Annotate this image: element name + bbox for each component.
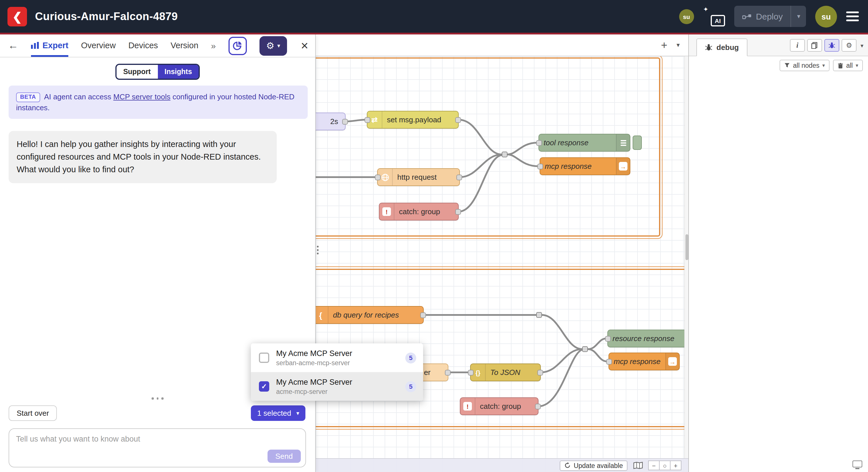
tool-count-badge: 5	[405, 381, 416, 392]
send-button[interactable]: Send	[267, 450, 301, 463]
mode-toggle-wrap: Support Insights	[0, 64, 315, 80]
tab-devices[interactable]: Devices	[128, 34, 158, 57]
tabs-overflow-chevrons[interactable]: »	[211, 41, 216, 51]
tab-overview[interactable]: Overview	[81, 34, 116, 57]
top-header: ❮ Curious-Amur-Falcon-4879 su ✦ AI Deplo…	[0, 0, 868, 34]
input-port[interactable]	[375, 174, 381, 180]
node-mcp-response-top[interactable]: mcp response →	[539, 157, 630, 175]
assistant-panel: ← Expert Overview Devices Version »	[0, 34, 316, 472]
output-port[interactable]	[342, 119, 348, 124]
docs-button[interactable]	[807, 39, 822, 52]
selected-servers-dropdown[interactable]: 1 selected ▾	[251, 405, 306, 421]
zoom-out-button[interactable]: −	[648, 461, 660, 470]
flow-canvas[interactable]: 2s ⇄ set msg.payload http request ! c	[316, 34, 688, 472]
user-avatar[interactable]: su	[815, 5, 837, 27]
link-out-arrow-icon: →	[616, 158, 630, 175]
server-option-text: My Acme MCP Server acme-mcp-server	[276, 378, 398, 395]
server-title: My Acme MCP Server	[276, 349, 398, 358]
tab-debug[interactable]: debug	[696, 38, 747, 56]
node-inject-2s[interactable]: 2s	[316, 113, 346, 130]
ai-assistant-icon[interactable]: ✦ AI	[703, 5, 725, 27]
mini-user-badge[interactable]: su	[679, 9, 694, 24]
node-catch-group-bottom[interactable]: ! catch: group	[460, 397, 538, 415]
server-option[interactable]: My Acme MCP Server serban-acme-mcp-serve…	[251, 343, 423, 372]
checkbox-unchecked[interactable]	[259, 353, 269, 363]
node-label: mcp response	[540, 162, 596, 171]
settings-dropdown-button[interactable]: ⚙ ▾	[259, 36, 287, 55]
output-port[interactable]	[455, 117, 461, 123]
support-toggle[interactable]: Support	[116, 65, 158, 79]
flowfuse-logo-icon[interactable]: ❮	[7, 7, 27, 26]
bug-icon	[828, 42, 835, 49]
zoom-in-button[interactable]: +	[670, 461, 681, 470]
server-option[interactable]: ✓ My Acme MCP Server acme-mcp-server 5	[251, 372, 423, 401]
flow-list-chevron-icon[interactable]: ▾	[677, 41, 680, 49]
zoom-reset-button[interactable]: ○	[659, 461, 671, 470]
canvas-vertical-scrollbar[interactable]	[684, 56, 688, 458]
input-port[interactable]	[537, 164, 543, 169]
debug-filter-row: all nodes ▾ all ▾	[689, 60, 868, 71]
node-tool-response[interactable]: tool response	[538, 134, 630, 152]
funnel-icon	[784, 63, 790, 68]
output-port[interactable]	[456, 174, 462, 180]
sidebar-settings-button[interactable]: ⚙	[842, 39, 857, 52]
beta-text-before: AI agent can access	[44, 92, 113, 101]
tab-overview-label: Overview	[81, 41, 116, 50]
beta-notice: BETAAI agent can access MCP server tools…	[9, 86, 308, 119]
node-http-request[interactable]: http request	[377, 168, 460, 186]
node-catch-group-top[interactable]: ! catch: group	[379, 203, 459, 220]
canvas-statusbar: Update available − ○ +	[316, 458, 688, 472]
sparkle-icon: ✦	[703, 5, 708, 13]
node-db-query[interactable]: { db query for recipes	[316, 306, 424, 324]
assistant-greeting: Hello! I can help you gather insights by…	[9, 131, 277, 183]
clear-messages-dropdown[interactable]: all ▾	[833, 60, 863, 71]
sidebar-more-chevron-icon[interactable]: ▾	[861, 42, 863, 49]
input-port[interactable]	[365, 117, 370, 123]
output-port[interactable]	[455, 209, 461, 214]
node-label: To JSON	[486, 368, 525, 377]
info-button[interactable]: i	[790, 39, 805, 52]
deploy-icon	[742, 13, 751, 20]
checkbox-checked[interactable]: ✓	[259, 381, 269, 392]
output-port[interactable]	[537, 370, 543, 375]
mcp-server-tools-link[interactable]: MCP server tools	[113, 92, 170, 101]
output-port[interactable]	[420, 312, 426, 318]
chat-composer: Send	[9, 429, 306, 467]
output-port[interactable]	[535, 403, 541, 409]
server-subtitle: acme-mcp-server	[276, 388, 398, 395]
input-port[interactable]	[536, 140, 542, 146]
back-arrow-icon[interactable]: ←	[8, 40, 19, 52]
node-resource-response[interactable]: resource response	[608, 330, 688, 347]
node-set-msg-payload[interactable]: ⇄ set msg.payload	[367, 111, 459, 129]
fullscreen-monitor-icon[interactable]	[852, 461, 862, 467]
deploy-button[interactable]: Deploy ▾	[734, 6, 806, 27]
close-panel-icon[interactable]: ×	[301, 39, 308, 52]
node-mcp-response-bottom[interactable]: mcp response →	[609, 353, 680, 371]
beta-badge: BETA	[16, 92, 40, 102]
docs-icon	[811, 42, 818, 49]
node-to-json[interactable]: {} To JSON	[470, 363, 541, 381]
scrollbar-thumb[interactable]	[685, 234, 688, 260]
update-available-button[interactable]: Update available	[560, 460, 627, 471]
tab-expert[interactable]: Expert	[31, 34, 68, 57]
navigator-map-icon[interactable]	[633, 462, 643, 469]
output-port[interactable]	[445, 370, 451, 375]
insights-toggle[interactable]: Insights	[158, 65, 199, 79]
chat-input[interactable]	[9, 429, 305, 467]
tab-version[interactable]: Version	[170, 34, 198, 57]
debug-button[interactable]	[825, 39, 839, 52]
deploy-caret-button[interactable]: ▾	[791, 6, 806, 27]
panel-edge-grip[interactable]	[317, 246, 319, 255]
start-over-button[interactable]: Start over	[9, 405, 57, 421]
input-port[interactable]	[605, 335, 611, 342]
insights-pie-button[interactable]	[228, 36, 247, 55]
filter-nodes-dropdown[interactable]: all nodes ▾	[780, 60, 830, 71]
refresh-icon	[565, 462, 571, 469]
add-flow-icon[interactable]: +	[661, 39, 668, 51]
trash-icon	[838, 62, 843, 69]
input-port[interactable]	[606, 359, 612, 364]
debug-toggle-button[interactable]	[632, 136, 642, 150]
input-port[interactable]	[468, 370, 474, 375]
hamburger-menu-icon[interactable]	[846, 12, 859, 21]
deploy-label: Deploy	[756, 11, 783, 21]
